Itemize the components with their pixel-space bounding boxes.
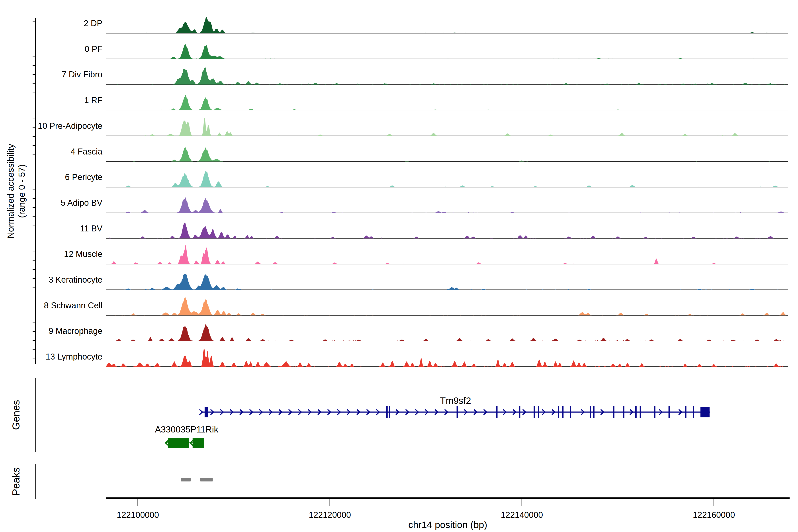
track-label: 8 Schwann Cell xyxy=(44,301,102,310)
track-row-6: 6 Pericyte xyxy=(65,171,788,187)
exon-tick xyxy=(519,406,520,418)
track-label: 11 BV xyxy=(80,224,102,233)
y-axis-label-line1: Normalized accessibility xyxy=(6,144,16,239)
peaks-section-label: Peaks xyxy=(10,467,22,496)
tracks-layer: 2 DP0 PF7 Div Fibro1 RF10 Pre-Adipocyte4… xyxy=(38,17,788,367)
signal-area xyxy=(106,118,788,136)
accessibility-tracks-plot: Normalized accessibility (range 0 - 57) … xyxy=(0,0,798,532)
track-row-7: 7 Div Fibro xyxy=(62,67,788,84)
signal-area xyxy=(106,245,788,264)
exon-tick xyxy=(386,406,388,418)
exon-box xyxy=(168,438,189,448)
x-axis-tick-label: 122140000 xyxy=(501,510,543,519)
track-label: 10 Pre-Adipocyte xyxy=(38,121,102,131)
signal-area xyxy=(106,223,788,238)
gene-tm9sf2 xyxy=(200,406,710,418)
track-row-2: 2 DP xyxy=(84,17,788,33)
track-label: 9 Macrophage xyxy=(49,326,102,336)
y-axis-label-line2: (range 0 - 57) xyxy=(17,164,26,218)
genes-layer xyxy=(166,406,710,448)
gene-label-tm9sf2: Tm9sf2 xyxy=(440,396,471,406)
track-row-12: 12 Muscle xyxy=(64,245,788,264)
x-axis-tick-label: 122100000 xyxy=(117,510,159,519)
exon-tick xyxy=(593,406,594,418)
exon-tick xyxy=(623,406,624,418)
track-label: 1 RF xyxy=(84,96,102,105)
signal-area xyxy=(106,171,788,187)
track-label: 13 Lymphocyte xyxy=(46,352,102,361)
genes-section-label: Genes xyxy=(10,400,22,430)
exon-tick xyxy=(685,406,686,418)
first-exon-box xyxy=(205,407,208,417)
x-axis-tick-label: 122120000 xyxy=(309,510,351,519)
strand-chevron-icon xyxy=(200,410,202,415)
track-row-5: 5 Adipo BV xyxy=(61,197,788,213)
exon-tick xyxy=(562,406,564,418)
exon-tick xyxy=(668,406,670,418)
track-row-9: 9 Macrophage xyxy=(49,324,788,341)
track-row-1: 1 RF xyxy=(84,95,788,110)
y-axis-ruler xyxy=(33,18,36,364)
track-label: 2 DP xyxy=(84,19,102,28)
signal-area xyxy=(106,348,788,367)
track-label: 6 Pericyte xyxy=(65,172,102,182)
track-label: 4 Fascia xyxy=(71,147,102,156)
exon-tick xyxy=(570,406,571,418)
track-row-4: 4 Fascia xyxy=(71,147,788,162)
exon-tick xyxy=(534,406,535,418)
called-peak xyxy=(200,478,213,481)
x-axis-tick-label: 122160000 xyxy=(693,510,735,519)
exon-tick xyxy=(496,406,497,418)
exon-tick xyxy=(538,406,539,418)
signal-area xyxy=(106,273,788,290)
track-row-13: 13 Lymphocyte xyxy=(46,348,788,367)
signal-area xyxy=(106,17,788,33)
signal-area xyxy=(106,67,788,84)
exon-tick xyxy=(640,406,641,418)
genome-browser-figure: Normalized accessibility (range 0 - 57) … xyxy=(0,0,798,532)
exon-tick xyxy=(654,406,656,418)
x-axis-line xyxy=(106,497,790,499)
exon-tick xyxy=(457,406,458,418)
track-label: 7 Div Fibro xyxy=(62,70,102,79)
exon-tick xyxy=(389,406,391,418)
peak-calls-layer xyxy=(181,478,213,481)
x-axis-layer: 122100000122120000122140000122160000 xyxy=(106,497,790,519)
track-label: 3 Keratinocyte xyxy=(49,275,102,284)
exon-tick xyxy=(693,406,694,418)
signal-area xyxy=(106,197,788,213)
signal-area xyxy=(106,95,788,110)
signal-area xyxy=(106,44,788,59)
exon-tick xyxy=(590,406,591,418)
gene-label-a330035p11rik: A330035P11Rik xyxy=(155,424,218,434)
called-peak xyxy=(181,478,191,481)
signal-area xyxy=(106,297,788,316)
exon-tick xyxy=(635,406,636,418)
track-label: 12 Muscle xyxy=(64,249,102,259)
signal-area xyxy=(106,324,788,341)
track-label: 0 PF xyxy=(85,44,102,54)
last-exon-box xyxy=(701,407,709,417)
signal-area xyxy=(106,147,788,162)
track-row-8: 8 Schwann Cell xyxy=(44,297,788,316)
exon-tick xyxy=(613,406,614,418)
track-row-10: 10 Pre-Adipocyte xyxy=(38,118,788,136)
track-row-11: 11 BV xyxy=(80,223,788,238)
exon-tick xyxy=(558,406,559,418)
track-row-3: 3 Keratinocyte xyxy=(49,273,788,290)
x-axis-title: chr14 position (bp) xyxy=(408,519,487,530)
track-label: 5 Adipo BV xyxy=(61,198,102,208)
track-row-0: 0 PF xyxy=(85,44,788,59)
exon-box xyxy=(193,438,204,448)
gene-a330035p11rik xyxy=(166,438,204,448)
